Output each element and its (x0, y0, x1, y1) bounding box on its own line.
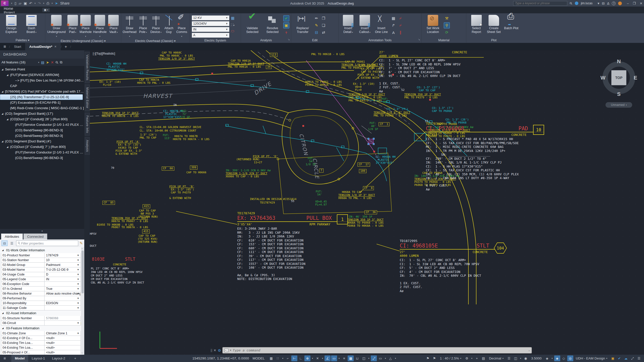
customization-menu-icon[interactable]: ☰ (636, 355, 642, 361)
status-toggle-icon[interactable]: ⊔ (354, 355, 360, 361)
annotation-scale-icon[interactable]: ⚑ (431, 355, 437, 361)
restore-button[interactable]: ❐ (633, 2, 636, 5)
search-input[interactable] (513, 1, 567, 6)
ribbon-big-button[interactable]: ValidateSelected (243, 15, 262, 34)
tree-item[interactable]: CAP (0, 83, 84, 89)
redline3-icon[interactable]: ∥ (397, 29, 404, 35)
app-logo[interactable]: C (1, 1, 9, 6)
redline-icon[interactable]: ⌿ (397, 15, 404, 21)
tree-expander-icon[interactable] (7, 144, 10, 150)
tree-expander-icon[interactable] (2, 111, 5, 116)
group-view-toggle-icon[interactable]: ⊟ (2, 240, 8, 246)
globe-icon[interactable]: ◉ (522, 355, 529, 361)
tree-item[interactable]: (FUT)Service Conductor [2-1/0 1-#2 PLEX … (0, 150, 84, 155)
tree-item[interactable]: (CO) Segment [Duct Bank] (17') (0, 111, 84, 116)
property-row[interactable]: 01-Work Order Information▼ (1, 248, 81, 253)
new-drawing-tab-button[interactable]: + (62, 44, 70, 49)
shapes-icon[interactable]: ◇ (561, 355, 567, 361)
search-icon[interactable]: ⚲ (569, 1, 573, 5)
annotation-monitor-icon[interactable]: ⚑ (425, 355, 431, 361)
sync-view-icon[interactable]: ⧉ (60, 60, 62, 64)
status-toggle-icon[interactable]: ⊢ (291, 355, 297, 361)
tree-item[interactable]: [5766068] (CI) Pad [48"x54" Concrete pad… (0, 89, 84, 94)
ribbon-tab[interactable]: Home (0, 7, 40, 11)
tree-item[interactable]: (MI) Redi-Crete Concrete [ MISC-BAG-CONC… (0, 105, 84, 111)
ribbon-big-button[interactable]: DashBoard (22, 15, 41, 34)
ruler-icon[interactable]: ▤ (480, 355, 487, 361)
layout-tab[interactable]: Model (11, 355, 28, 362)
close-tab-icon[interactable]: ✕ (54, 45, 57, 48)
property-row[interactable]: 03-Feature Information▼ (1, 326, 81, 331)
command-grip[interactable]: ⣿ (210, 349, 212, 352)
status-toggle-icon[interactable]: ≡ (341, 355, 347, 361)
tree-expander-icon[interactable] (7, 116, 10, 122)
avatar[interactable] (575, 2, 578, 5)
command-line[interactable]: ▸_ ▼ Type a command ▴ (222, 347, 532, 353)
property-row[interactable]: 03-Existing Tlm Loa...<null>▼ (1, 341, 81, 345)
status-toggle-icon[interactable]: ▾ (321, 355, 324, 361)
viewport-controls[interactable]: [-][Top][Realistic] (93, 52, 115, 55)
electric-system-combo[interactable]: 12 KV▼ (192, 15, 229, 20)
undo-dropdown-icon[interactable]: ▾ (34, 2, 36, 5)
select-cursor-icon[interactable]: ➤ (46, 60, 49, 64)
minimize-button[interactable]: – (627, 2, 629, 5)
electric-system-combo[interactable]: 120/240V▼ (192, 21, 229, 26)
drawing-canvas[interactable]: [-][Top][Realistic] CAP TO H060CPNL TO H… (90, 50, 644, 355)
status-toggle-icon[interactable]: ⊕ (304, 355, 310, 361)
side-tab[interactable]: Material Editor (85, 85, 90, 111)
workspace-dropdown[interactable]: UDH - EAM Design▾ (574, 355, 609, 361)
ribbon-big-button[interactable]: DesignExplorer (2, 15, 21, 34)
property-row[interactable]: 08-Circuit▼ (1, 321, 81, 326)
tree-item[interactable]: (CO) Bend/Sweep [90-BEND-3] (0, 128, 84, 133)
lock-ui-icon[interactable]: ◫ (512, 355, 518, 361)
status-toggle-icon[interactable]: ▾ (384, 355, 387, 361)
status-toggle-icon[interactable]: △ (387, 355, 393, 361)
units-dropdown[interactable]: Decimal▾ (487, 355, 506, 361)
ucs-dropdown[interactable]: Unnamed▾ (606, 102, 632, 108)
save-icon[interactable]: ▣ (24, 1, 27, 5)
status-toggle-icon[interactable]: ▩ (348, 355, 354, 361)
status-toggle-icon[interactable]: ▾ (367, 355, 370, 361)
tree-expander-icon[interactable] (7, 72, 10, 78)
status-toggle-icon[interactable]: ▾ (394, 355, 397, 361)
property-row[interactable]: 01-Product Number1787429▼ (1, 253, 81, 258)
elevation-value[interactable]: 3.5000 (529, 355, 543, 361)
ribbon-big-button[interactable]: ResolveSelected (263, 15, 282, 34)
status-toggle-icon[interactable]: ∟ (298, 355, 304, 361)
side-tab[interactable]: Analysis (85, 137, 90, 155)
electric-system-combo[interactable]: IN▼ (192, 27, 229, 32)
redo-dropdown-icon[interactable]: ▾ (43, 2, 44, 5)
ribbon-big-button[interactable]: PlaceHandhole (93, 15, 107, 38)
file-tab-menu-icon[interactable]: ≡ (4, 44, 6, 49)
shield-check-icon[interactable]: ✔ (616, 355, 622, 361)
file-tab[interactable]: ActualDesign*✕ (25, 43, 61, 50)
leader-icon[interactable]: ↱ (390, 22, 396, 28)
eraser-tool-icon[interactable]: ✏ (313, 15, 319, 21)
status-toggle-icon[interactable]: ▦ (268, 355, 274, 361)
tree-expander-icon[interactable] (2, 67, 5, 72)
group-label[interactable]: Palettes ▾ (0, 37, 45, 43)
material-toggle-icon[interactable]: ⚲ (444, 22, 450, 28)
property-row[interactable]: 09-Performed By▼ (1, 296, 81, 301)
property-row[interactable]: 10-ResponsibilityEDISON▼ (1, 301, 81, 306)
status-toggle-icon[interactable]: ▭ (331, 355, 337, 361)
property-row[interactable]: 01-Station Number10▼ (1, 258, 81, 263)
tree-item[interactable]: (CO)Duct [3" Conduit]( 26' ) {Run 800} (0, 116, 84, 122)
trace-tool-icon[interactable]: Ϯ (283, 29, 289, 35)
layout-menu-icon[interactable]: ≡ (4, 356, 6, 361)
status-toggle-icon[interactable]: ◫ (361, 355, 367, 361)
layout-tab[interactable]: Layout-1 (28, 355, 49, 362)
tree-item[interactable]: --> [FUT] [No Dev Loc Num ] M-1P/3W-240-… (0, 78, 84, 83)
plot-icon[interactable]: ⎙ (47, 1, 49, 6)
tab-attributes[interactable]: Attributes (1, 233, 23, 239)
tree-item[interactable]: (CF) Excavation [S-EXCAV-PB-1] (0, 100, 84, 105)
status-toggle-icon[interactable]: ▾ (338, 355, 341, 361)
customize-wrench-icon[interactable]: ⚙ (218, 348, 221, 352)
gear-icon[interactable]: ⚙ (464, 355, 470, 361)
highlight-tool-icon[interactable]: ✎ (313, 22, 319, 28)
annotation-scale-dropdown[interactable]: 1 : 40 / 2.5%▾ (438, 355, 463, 361)
layout-tab[interactable]: Layout-2 (49, 355, 69, 362)
new-file-icon[interactable]: ▯ (15, 1, 17, 5)
status-toggle-icon[interactable]: ▾ (281, 355, 284, 361)
property-row[interactable]: 05-Proposed # Of...<null>▼ (1, 350, 81, 355)
